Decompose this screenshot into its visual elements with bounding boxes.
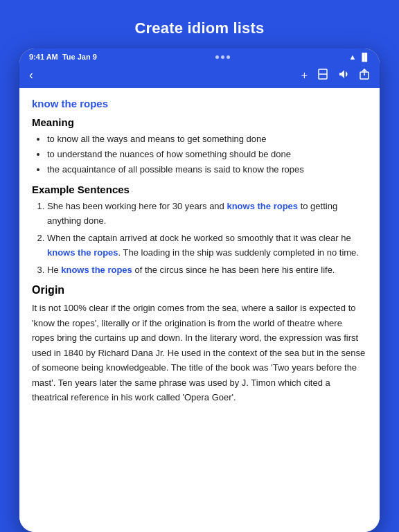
status-center: [215, 55, 230, 59]
list-item: to understand the nuances of how somethi…: [47, 148, 367, 161]
wifi-icon: ▲: [349, 53, 357, 61]
list-item: When the captain arrived at dock he work…: [47, 231, 367, 260]
sentence-text: She has been working here for 30 years a…: [47, 201, 227, 211]
nav-actions: +: [301, 69, 370, 82]
idiom-link[interactable]: knows the ropes: [61, 265, 132, 275]
meaning-heading: Meaning: [32, 116, 367, 128]
list-item: He knows the ropes of the circus since h…: [47, 263, 367, 278]
nav-bar: ‹ +: [19, 64, 380, 88]
idiom-link[interactable]: knows the ropes: [227, 201, 298, 211]
sentence-text: He: [47, 265, 61, 275]
add-icon[interactable]: +: [301, 69, 308, 82]
back-button[interactable]: ‹: [29, 68, 33, 82]
meaning-list: to know all the ways and means to get so…: [32, 132, 367, 177]
device-screen: 9:41 AM Tue Jan 9 ▲ ▐▌ ‹ +: [19, 48, 380, 532]
idiom-title: know the ropes: [32, 98, 367, 109]
examples-heading: Example Sentences: [32, 184, 367, 195]
bookmark-icon[interactable]: [317, 69, 328, 82]
signal-dot-1: [215, 55, 219, 59]
origin-text: It is not 100% clear if the origin comes…: [32, 301, 367, 405]
sentence-text: When the captain arrived at dock he work…: [47, 233, 351, 243]
speaker-icon[interactable]: [338, 69, 349, 82]
content-area: know the ropes Meaning to know all the w…: [19, 88, 380, 532]
battery-icon: ▐▌: [359, 53, 370, 61]
examples-list: She has been working here for 30 years a…: [32, 200, 367, 277]
origin-section: Origin It is not 100% clear if the origi…: [32, 284, 367, 405]
sentence-text-after: . The loading in the ship was suddenly c…: [118, 247, 359, 258]
device-frame: 9:41 AM Tue Jan 9 ▲ ▐▌ ‹ +: [19, 48, 380, 532]
page-title: Create idiom lists: [121, 0, 278, 48]
status-time: 9:41 AM Tue Jan 9: [29, 53, 97, 61]
idiom-link[interactable]: knows the ropes: [47, 247, 118, 258]
origin-heading: Origin: [32, 284, 367, 296]
status-right: ▲ ▐▌: [349, 53, 370, 61]
list-item: to know all the ways and means to get so…: [47, 132, 367, 146]
sentence-text-after: of the circus since he has been here his…: [132, 265, 335, 275]
signal-dot-3: [227, 55, 230, 59]
share-icon[interactable]: [359, 69, 370, 82]
status-bar: 9:41 AM Tue Jan 9 ▲ ▐▌: [19, 48, 380, 64]
list-item: the acquaintance of all possible means i…: [47, 163, 367, 177]
signal-dot-2: [221, 55, 224, 59]
list-item: She has been working here for 30 years a…: [47, 200, 367, 229]
